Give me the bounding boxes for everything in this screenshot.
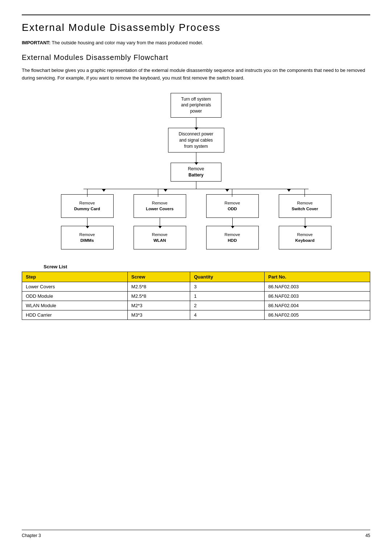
step2-box: Disconnect power and signal cables from … [168, 128, 224, 152]
cell-part_no-0: 86.NAF02.003 [265, 282, 370, 291]
r1a2 [123, 218, 196, 226]
arrowhead1 [102, 189, 106, 192]
horizontal-branch-line [83, 189, 309, 189]
dimms-box: Remove DIMMs [61, 226, 114, 249]
table-row: WLAN ModuleM2*3286.NAF02.004 [22, 301, 370, 310]
important-text: The outside housing and color may vary f… [52, 40, 203, 45]
cell-screw-2: M2*3 [127, 301, 190, 310]
wlan-label: WLAN [137, 237, 183, 243]
page-title: External Module Disassembly Process [22, 22, 370, 33]
footer-right: 45 [366, 533, 370, 538]
description-text: The flowchart below gives you a graphic … [22, 67, 370, 82]
lower-covers-label: Lower Covers [137, 206, 183, 212]
arrowhead4 [287, 189, 291, 192]
header-step: Step [22, 272, 128, 282]
tick2 [158, 189, 158, 197]
header-quantity: Quantity [190, 272, 265, 282]
arrowhead3 [225, 189, 229, 192]
hdd-label: HDD [209, 237, 256, 243]
cell-step-1: ODD Module [22, 291, 128, 301]
wlan-box: Remove WLAN [134, 226, 186, 249]
page-footer: Chapter 3 45 [22, 530, 370, 538]
important-note: IMPORTANT: The outside housing and color… [22, 40, 370, 45]
row1-arrows [51, 218, 341, 226]
arrow1 [196, 118, 196, 128]
step1-box: Turn off system and peripherals power [171, 93, 221, 118]
cell-step-0: Lower Covers [22, 282, 128, 291]
table-row: Lower CoversM2.5*8386.NAF02.003 [22, 282, 370, 291]
branch2-1-cell: Remove DIMMs [51, 226, 123, 249]
branch2-4-cell: Remove Keyboard [269, 226, 341, 249]
branch-row-1: Remove Dummy Card Remove Lower Covers Re… [51, 194, 341, 218]
branch2-2-cell: Remove WLAN [123, 226, 196, 249]
flowchart: Turn off system and peripherals power Di… [22, 93, 370, 249]
step3-box: Remove Battery [171, 163, 221, 182]
odd-label: ODD [209, 206, 256, 212]
screw-list-title: Screw List [44, 264, 370, 269]
cell-screw-1: M2.5*8 [127, 291, 190, 301]
r1a1 [51, 218, 123, 226]
switch-cover-label: Switch Cover [282, 206, 328, 212]
keyboard-label: Keyboard [282, 237, 328, 243]
cell-screw-3: M3*3 [127, 310, 190, 320]
r1a3 [196, 218, 269, 226]
tick3 [232, 189, 232, 197]
tick1 [87, 189, 87, 197]
cell-step-2: WLAN Module [22, 301, 128, 310]
arrowhead2 [164, 189, 167, 192]
step1-text: Turn off system and peripherals power [181, 97, 211, 114]
header-screw: Screw [127, 272, 190, 282]
top-rule [22, 15, 370, 15]
important-label: IMPORTANT: [22, 40, 50, 45]
hdd-box: Remove HDD [206, 226, 259, 249]
table-header-row: Step Screw Quantity Part No. [22, 272, 370, 282]
dummy-card-box: Remove Dummy Card [61, 194, 114, 218]
header-partno: Part No. [265, 272, 370, 282]
branch3-cell: Remove ODD [196, 194, 269, 218]
branch-container [51, 182, 341, 189]
step2-text: Disconnect power and signal cables from … [179, 131, 213, 149]
table-row: ODD ModuleM2.5*8186.NAF02.003 [22, 291, 370, 301]
branch4-cell: Remove Switch Cover [269, 194, 341, 218]
keyboard-box: Remove Keyboard [279, 226, 331, 249]
section-title: External Modules Disassembly Flowchart [22, 53, 370, 62]
cell-quantity-0: 3 [190, 282, 265, 291]
cell-part_no-2: 86.NAF02.004 [265, 301, 370, 310]
screw-table: Step Screw Quantity Part No. Lower Cover… [22, 272, 370, 320]
footer-left: Chapter 3 [22, 533, 41, 538]
screw-table-body: Lower CoversM2.5*8386.NAF02.003ODD Modul… [22, 282, 370, 320]
branch-row-2: Remove DIMMs Remove WLAN Remove HDD Remo… [51, 226, 341, 249]
cell-quantity-2: 2 [190, 301, 265, 310]
cell-screw-0: M2.5*8 [127, 282, 190, 291]
dummy-card-label: Dummy Card [64, 206, 110, 212]
cell-quantity-1: 1 [190, 291, 265, 301]
cell-part_no-1: 86.NAF02.003 [265, 291, 370, 301]
step3-prefix: Remove [188, 166, 204, 171]
r1a4 [269, 218, 341, 226]
tick4 [305, 189, 305, 197]
step3-bold: Battery [188, 172, 203, 178]
screw-list-section: Screw List Step Screw Quantity Part No. … [22, 264, 370, 320]
connector-line [196, 182, 196, 189]
cell-part_no-3: 86.NAF02.005 [265, 310, 370, 320]
odd-box: Remove ODD [206, 194, 259, 218]
cell-quantity-3: 4 [190, 310, 265, 320]
switch-cover-box: Remove Switch Cover [279, 194, 331, 218]
branch2-cell: Remove Lower Covers [123, 194, 196, 218]
lower-covers-box: Remove Lower Covers [134, 194, 186, 218]
dimms-label: DIMMs [64, 237, 110, 243]
branch1-cell: Remove Dummy Card [51, 194, 123, 218]
cell-step-3: HDD Carrier [22, 310, 128, 320]
arrow2 [196, 152, 196, 163]
branch2-3-cell: Remove HDD [196, 226, 269, 249]
table-row: HDD CarrierM3*3486.NAF02.005 [22, 310, 370, 320]
